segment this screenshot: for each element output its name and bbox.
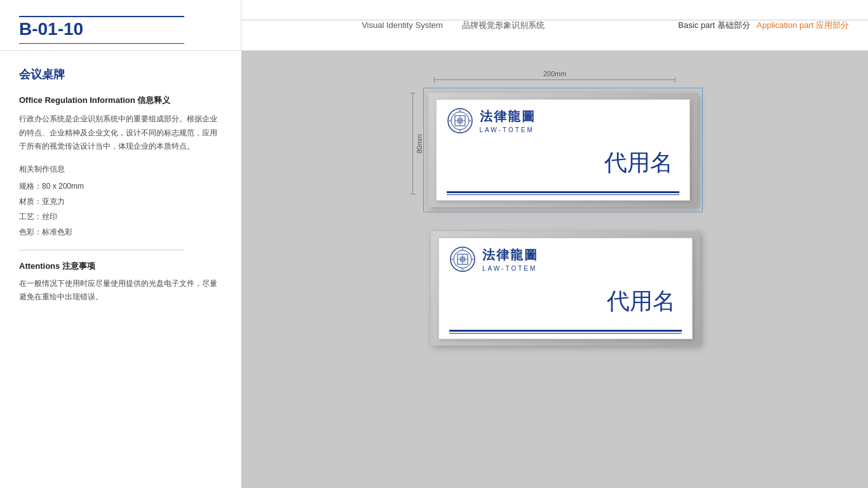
- header-right: Basic part 基础部分 Application part 应用部分: [665, 20, 868, 31]
- header-divider-top: [19, 16, 184, 17]
- document-code: B-01-10: [19, 20, 222, 39]
- first-conference-card: 法律龍圖 LAW-TOTEM 代用名: [436, 99, 690, 201]
- card1-line-thin: [447, 194, 679, 196]
- attentions-title: Attentions 注意事项: [19, 261, 222, 272]
- height-label: 80mm: [416, 134, 423, 154]
- cards-row: 80mm: [412, 93, 698, 207]
- svg-point-18: [462, 248, 464, 250]
- card2-logo-text: 法律龍圖 LAW-TOTEM: [482, 247, 538, 272]
- card1-logo-chinese: 法律龍圖: [480, 108, 536, 125]
- header-title-cn: 品牌视觉形象识别系统: [462, 20, 545, 31]
- card1-name: 代用名: [447, 138, 673, 189]
- second-card-outer: 法律龍圖 LAW-TOTEM 代用名: [431, 231, 700, 346]
- width-label: 200mm: [543, 70, 567, 78]
- info-title: 相关制作信息: [19, 164, 222, 175]
- card2-bottom-lines: [449, 330, 682, 334]
- card1-logo-english: LAW-TOTEM: [480, 126, 536, 133]
- top-annotation: 200mm: [434, 70, 675, 80]
- info-item-craft: 工艺：丝印: [19, 209, 222, 224]
- sidebar: 会议桌牌 Office Regulation Information 信息释义 …: [0, 51, 241, 488]
- card2-line-thin: [449, 333, 682, 334]
- annotation-line-h: [434, 79, 675, 80]
- annotation-line-v: [412, 93, 413, 194]
- svg-point-7: [459, 110, 461, 112]
- sidebar-divider: [19, 250, 184, 250]
- card1-logo-text: 法律龍圖 LAW-TOTEM: [480, 108, 536, 133]
- info-item-size: 规格：80 x 200mm: [19, 179, 222, 194]
- svg-point-10: [469, 120, 471, 122]
- section1-title: Office Regulation Information 信息释义: [19, 95, 222, 106]
- svg-point-21: [472, 259, 474, 261]
- card2-logo-area: 法律龍圖 LAW-TOTEM: [449, 246, 682, 273]
- card2-logo-chinese: 法律龍圖: [482, 247, 538, 264]
- left-annotation: 80mm: [412, 93, 423, 194]
- card1-logo-icon: [447, 107, 473, 134]
- card1-logo-area: 法律龍圖 LAW-TOTEM: [447, 107, 679, 134]
- card1-line-thick: [447, 191, 679, 193]
- first-card-outer: 法律龍圖 LAW-TOTEM 代用名: [428, 93, 698, 207]
- header-center: Visual Identity System 品牌视觉形象识别系统: [241, 20, 665, 31]
- card2-line-thick: [449, 330, 682, 332]
- svg-point-9: [449, 120, 451, 122]
- card2-name: 代用名: [449, 276, 675, 327]
- card2-logo-english: LAW-TOTEM: [482, 265, 538, 272]
- info-item-color: 色彩：标准色彩: [19, 224, 222, 240]
- section1-text: 行政办公系统是企业识别系统中的重要组成部分。根据企业的特点、企业精神及企业文化，…: [19, 112, 222, 154]
- card1-bottom-lines: [447, 191, 679, 196]
- info-item-material: 材质：亚克力: [19, 194, 222, 209]
- dimension-container: 200mm 80mm: [267, 70, 843, 346]
- card2-logo-icon: [449, 246, 476, 273]
- second-card-wrapper: 法律龍圖 LAW-TOTEM 代用名: [431, 231, 700, 346]
- nav-application[interactable]: Application part 应用部分: [757, 20, 849, 31]
- header-left: B-01-10: [0, 0, 241, 50]
- sidebar-title: 会议桌牌: [19, 67, 222, 82]
- header: B-01-10 Visual Identity System 品牌视觉形象识别系…: [0, 0, 868, 51]
- svg-point-8: [459, 130, 461, 132]
- attentions-text: 在一般情况下使用时应尽量使用提供的光盘电子文件，尽量避免在重绘中出现错误。: [19, 277, 222, 304]
- nav-basic[interactable]: Basic part 基础部分: [678, 20, 750, 31]
- content-area: 200mm 80mm: [241, 51, 868, 488]
- main: 会议桌牌 Office Regulation Information 信息释义 …: [0, 51, 868, 488]
- second-conference-card: 法律龍圖 LAW-TOTEM 代用名: [438, 238, 693, 339]
- header-title-en: Visual Identity System: [362, 20, 443, 30]
- first-card-wrapper: 法律龍圖 LAW-TOTEM 代用名: [428, 93, 698, 207]
- svg-point-20: [452, 259, 454, 261]
- svg-point-19: [462, 269, 464, 271]
- header-divider-bottom: [19, 43, 184, 44]
